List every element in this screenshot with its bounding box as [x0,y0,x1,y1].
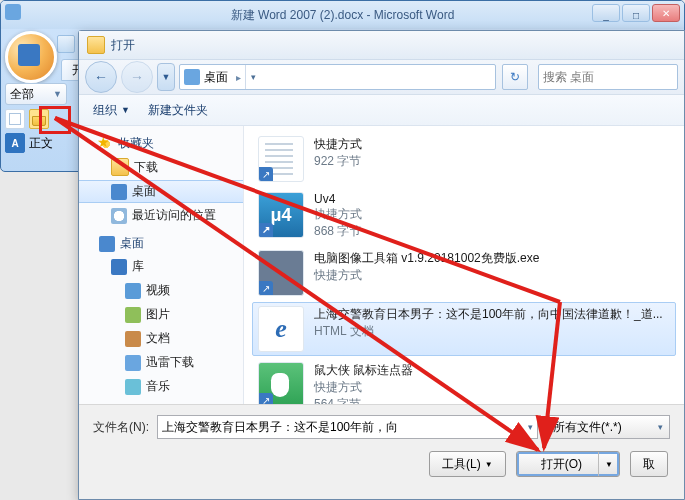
refresh-button[interactable]: ↻ [502,64,528,90]
word-icon [5,4,21,20]
nav-video[interactable]: 视频 [79,279,243,302]
nav-desktop[interactable]: 桌面 [79,180,243,203]
shortcut-badge: ↗ [259,281,273,295]
file-size: 564 字节 [314,396,670,404]
file-type: HTML 文档 [314,323,670,340]
file-item[interactable]: ↗快捷方式922 字节 [252,132,676,186]
music-icon [125,379,141,395]
annotation-box [39,106,71,134]
nav-documents[interactable]: 文档 [79,327,243,350]
new-doc-icon[interactable] [5,109,25,129]
star-icon [99,137,113,151]
shortcut-badge: ↗ [259,393,273,404]
recent-icon [111,208,127,224]
file-name: Uv4 [314,192,670,206]
cancel-button[interactable]: 取 [630,451,668,477]
file-icon: ↗ [258,250,304,296]
tools-button[interactable]: 工具(L)▼ [429,451,506,477]
file-type: 快捷方式 [314,206,670,223]
new-folder-button[interactable]: 新建文件夹 [142,99,214,121]
nav-xunlei[interactable]: 迅雷下载 [79,351,243,374]
chevron-down-icon[interactable]: ▾ [522,422,533,432]
dialog-titlebar: 打开 [79,31,684,60]
forward-button[interactable]: → [121,61,153,93]
file-icon: ↗ [258,136,304,182]
file-item[interactable]: ↗电脑图像工具箱 v1.9.20181002免费版.exe快捷方式 [252,246,676,300]
chevron-down-icon: ▼ [485,460,493,469]
file-item[interactable]: ↗鼠大侠 鼠标连点器快捷方式564 字节 [252,358,676,404]
file-icon: μ4↗ [258,192,304,238]
pictures-icon [125,307,141,323]
nav-favorites[interactable]: 收藏夹 [79,132,243,154]
shortcut-badge: ↗ [259,223,273,237]
open-dropdown[interactable]: ▼ [598,452,619,476]
file-type: 快捷方式 [314,379,670,396]
qat-save-icon[interactable] [57,35,75,53]
search-input[interactable]: 搜索 桌面 [538,64,678,90]
file-filter[interactable]: 所有文件(*.*)▾ [546,415,670,439]
file-size: 868 字节 [314,223,670,240]
folder-icon [87,36,105,54]
address-bar[interactable]: 桌面 ▸ ▾ [179,64,496,90]
close-button[interactable]: ✕ [652,4,680,22]
shortcut-badge: ↗ [259,167,273,181]
file-size: 922 字节 [314,153,670,170]
file-type: 快捷方式 [314,267,670,284]
file-item[interactable]: 上海交警教育日本男子：这不是100年前，向中国法律道歉！_道...HTML 文档 [252,302,676,356]
file-list: ↗快捷方式922 字节μ4↗Uv4快捷方式868 字节↗电脑图像工具箱 v1.9… [244,126,684,404]
folder-icon [111,158,129,176]
chevron-right-icon: ▸ [236,72,241,83]
chevron-down-icon: ▼ [121,105,130,115]
nav-music[interactable]: 音乐 [79,375,243,398]
open-dialog: 打开 ← → ▼ 桌面 ▸ ▾ ↻ 搜索 桌面 组织▼ 新建文件夹 收藏夹 下载 [78,30,685,500]
video-icon [125,283,141,299]
nav-downloads[interactable]: 下载 [79,155,243,179]
nav-desktop-group[interactable]: 桌面 [79,232,243,254]
library-icon [111,259,127,275]
desktop-icon [184,69,200,85]
desktop-icon [111,184,127,200]
back-button[interactable]: ← [85,61,117,93]
filename-input[interactable]: 上海交警教育日本男子：这不是100年前，向 ▾ [157,415,538,439]
file-icon: ↗ [258,362,304,404]
word-title: 新建 Word 2007 (2).docx - Microsoft Word [231,7,455,24]
filename-label: 文件名(N): [93,419,149,436]
desktop-icon [99,236,115,252]
file-icon [258,306,304,352]
chevron-down-icon: ▾ [658,422,663,432]
word-titlebar: 新建 Word 2007 (2).docx - Microsoft Word _… [1,1,684,29]
file-name: 快捷方式 [314,136,670,153]
minimize-button[interactable]: _ [592,4,620,22]
address-dropdown[interactable]: ▾ [245,65,260,89]
nav-pictures[interactable]: 图片 [79,303,243,326]
documents-icon [125,331,141,347]
file-name: 鼠大侠 鼠标连点器 [314,362,670,379]
nav-pane: 收藏夹 下载 桌面 最近访问的位置 桌面 库 视频 图片 文档 迅雷下载 音乐 [79,126,244,404]
download-icon [125,355,141,371]
nav-recent[interactable]: 最近访问的位置 [79,204,243,227]
nav-library[interactable]: 库 [79,255,243,278]
office-button[interactable] [5,31,57,83]
body-text-label[interactable]: 正文 [29,135,53,152]
open-button[interactable]: 打开(O) ▼ [516,451,620,477]
file-item[interactable]: μ4↗Uv4快捷方式868 字节 [252,188,676,244]
organize-button[interactable]: 组织▼ [87,99,136,121]
maximize-button[interactable]: □ [622,4,650,22]
chevron-down-icon: ▼ [53,89,62,99]
styles-combo[interactable]: 全部▼ [5,83,67,105]
file-name: 电脑图像工具箱 v1.9.20181002免费版.exe [314,250,670,267]
file-name: 上海交警教育日本男子：这不是100年前，向中国法律道歉！_道... [314,306,670,323]
up-button[interactable]: ▼ [157,63,175,91]
font-button[interactable]: A [5,133,25,153]
